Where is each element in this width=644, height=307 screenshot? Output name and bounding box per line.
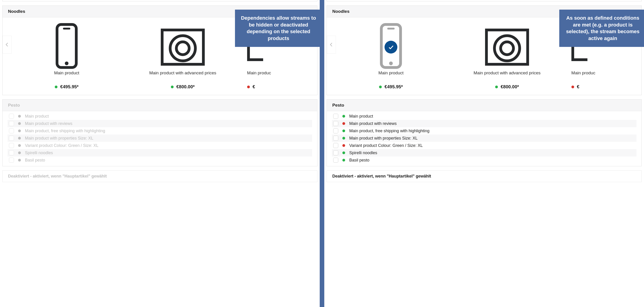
product-name: Main produc xyxy=(572,70,638,82)
camera-icon xyxy=(484,23,530,69)
pane-left: Dependencies allow streams to be hidden … xyxy=(0,0,320,307)
card-deactivated: Deaktiviert - aktiviert, wenn "Hauptarti… xyxy=(2,170,318,182)
checkbox[interactable] xyxy=(9,150,14,155)
checkbox[interactable] xyxy=(333,114,338,119)
status-dot xyxy=(55,86,58,88)
slider-prev[interactable] xyxy=(2,36,12,53)
status-dot xyxy=(171,86,174,88)
list-item[interactable]: Main product, free shipping with highlig… xyxy=(332,127,636,134)
product-card[interactable]: Main product €495.95* xyxy=(12,20,122,89)
status-dot xyxy=(342,129,345,132)
status-dot xyxy=(572,86,574,88)
list-item-label: Main product with properties Size: XL xyxy=(349,136,418,141)
slider-prev[interactable] xyxy=(327,36,336,53)
checkbox[interactable] xyxy=(333,121,338,126)
product-price: €495.95* xyxy=(60,84,78,89)
chevron-left-icon xyxy=(329,42,334,47)
product-name: Main produc xyxy=(247,70,314,82)
status-dot xyxy=(18,129,21,132)
status-dot xyxy=(247,86,250,88)
status-dot xyxy=(379,86,382,88)
product-price-row: €800.00* xyxy=(125,84,241,89)
card-deactivated: Deaktiviert - aktiviert, wenn "Hauptarti… xyxy=(326,170,642,182)
list-item-label: Main product with reviews xyxy=(349,121,397,126)
callout-right: As soon as defined conditions are met (e… xyxy=(559,9,644,47)
list-item-label: Spirelli noodles xyxy=(25,151,53,155)
status-dot xyxy=(342,159,345,162)
svg-rect-8 xyxy=(387,28,394,29)
status-dot xyxy=(342,122,345,125)
checkbox[interactable] xyxy=(333,143,338,148)
list-item-label: Main product with reviews xyxy=(25,121,72,126)
card-header-pesto: Pesto xyxy=(327,99,642,111)
status-dot xyxy=(18,151,21,154)
product-price: € xyxy=(577,84,580,89)
product-card[interactable]: Main product with advanced prices €800.0… xyxy=(122,20,244,89)
list-item: Main product xyxy=(8,113,312,120)
list-item-label: Main product, free shipping with highlig… xyxy=(349,129,430,133)
svg-rect-1 xyxy=(63,28,70,29)
checkbox[interactable] xyxy=(9,128,14,133)
checkbox[interactable] xyxy=(9,114,14,119)
list-item-label: Basil pesto xyxy=(349,158,370,163)
list-item: Main product with reviews xyxy=(8,120,312,127)
split-divider xyxy=(320,0,324,307)
card-header-pesto: Pesto xyxy=(2,99,317,111)
product-name: Main product xyxy=(15,70,118,82)
product-price-row: €495.95* xyxy=(339,84,443,89)
card-pesto: Pesto Main product Main product with rev… xyxy=(326,99,642,166)
product-price-row: € xyxy=(572,84,638,89)
list-item[interactable]: Basil pesto xyxy=(332,156,636,164)
status-dot xyxy=(495,86,498,88)
checkbox[interactable] xyxy=(9,143,14,148)
product-name: Main product with advanced prices xyxy=(449,70,565,82)
checkbox[interactable] xyxy=(333,128,338,133)
checkbox[interactable] xyxy=(9,158,14,163)
checkbox[interactable] xyxy=(9,121,14,126)
svg-rect-0 xyxy=(57,24,76,67)
checkbox[interactable] xyxy=(333,158,338,163)
list-item-label: Variant product Colour: Green / Size: XL xyxy=(349,143,423,148)
list-item[interactable]: Spirelli noodles xyxy=(332,149,636,156)
product-price-row: €495.95* xyxy=(15,84,118,89)
list-item-label: Main product xyxy=(25,114,49,119)
status-dot xyxy=(18,144,21,147)
list-item-label: Main product, free shipping with highlig… xyxy=(25,129,105,133)
status-dot xyxy=(342,151,345,154)
list-item: Main product, free shipping with highlig… xyxy=(8,127,312,134)
list-item[interactable]: Main product with properties Size: XL xyxy=(332,134,636,142)
list-item[interactable]: Variant product Colour: Green / Size: XL xyxy=(332,142,636,149)
product-card-selected[interactable]: Main product €495.95* xyxy=(336,20,446,89)
product-card[interactable]: Main product with advanced prices €800.0… xyxy=(446,20,568,89)
product-price: €495.95* xyxy=(384,84,403,89)
card-strip xyxy=(2,0,318,1)
product-price: €800.00* xyxy=(176,84,195,89)
list-item[interactable]: Main product with reviews xyxy=(332,120,636,127)
product-name: Main product xyxy=(339,70,443,82)
status-dot xyxy=(18,115,21,118)
product-price-row: €800.00* xyxy=(449,84,565,89)
status-dot xyxy=(342,115,345,118)
product-price: €800.00* xyxy=(501,84,519,89)
product-price-row: € xyxy=(247,84,314,89)
list-item[interactable]: Main product xyxy=(332,113,636,120)
chevron-left-icon xyxy=(4,42,10,47)
callout-left: Dependencies allow streams to be hidden … xyxy=(235,9,320,47)
svg-point-9 xyxy=(389,61,393,65)
list-item-label: Main product xyxy=(349,114,373,119)
check-icon xyxy=(388,44,394,50)
camera-icon xyxy=(160,23,206,69)
status-dot xyxy=(18,122,21,125)
product-price: € xyxy=(252,84,255,89)
list-item: Variant product Colour: Green / Size: XL xyxy=(8,142,312,149)
phone-icon xyxy=(50,23,84,69)
checkbox[interactable] xyxy=(333,136,338,141)
list-item: Basil pesto xyxy=(8,156,312,164)
checkbox[interactable] xyxy=(333,150,338,155)
checkbox[interactable] xyxy=(9,136,14,141)
card-pesto-disabled: Pesto Main product Main product with rev… xyxy=(2,99,318,166)
product-name: Main product with advanced prices xyxy=(125,70,241,82)
selected-badge xyxy=(384,41,397,53)
svg-point-2 xyxy=(65,61,68,65)
card-strip xyxy=(326,0,642,1)
